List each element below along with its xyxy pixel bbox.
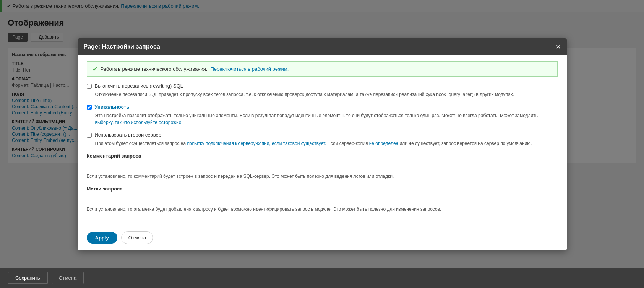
option-uniqueness: Уникальность Эта настройка позволит отоб… <box>87 104 558 126</box>
modal-maintenance-text: Работа в режиме технического обслуживани… <box>101 66 208 72</box>
bottom-bar: Сохранить Отмена <box>0 268 644 288</box>
modal-maintenance-link[interactable]: Переключиться в рабочий режим. <box>210 66 289 72</box>
save-button[interactable]: Сохранить <box>8 272 48 284</box>
label-uniqueness[interactable]: Уникальность <box>95 104 130 110</box>
modal-title: Page: Настройки запроса <box>84 43 161 50</box>
checkbox-secondary-server[interactable] <box>87 133 92 138</box>
help-server-link2[interactable]: не определён <box>369 141 398 146</box>
cancel-bottom-button[interactable]: Отмена <box>52 272 84 284</box>
modal-maintenance-banner: ✔ Работа в режиме технического обслужива… <box>87 61 558 77</box>
modal-overlay: Page: Настройки запроса × ✔ Работа в реж… <box>0 0 644 288</box>
help-secondary-server: При этом будет осуществляться запрос на … <box>95 140 558 147</box>
option-secondary-server: Использовать второй сервер При этом буде… <box>87 132 558 147</box>
comment-field-section: Комментарий запроса Если установлено, то… <box>87 153 558 180</box>
checkbox-row-server: Использовать второй сервер <box>87 132 558 138</box>
label-secondary-server[interactable]: Использовать второй сервер <box>95 132 161 138</box>
cancel-modal-button[interactable]: Отмена <box>121 231 154 244</box>
tags-input[interactable] <box>87 194 270 204</box>
checkbox-row-unique: Уникальность <box>87 104 558 110</box>
label-disable-sql[interactable]: Выключить перезапись (rewriting) SQL <box>95 83 183 89</box>
modal-check-icon: ✔ <box>92 65 97 73</box>
modal-close-button[interactable]: × <box>556 43 561 50</box>
tags-field-label: Метки запроса <box>87 186 558 192</box>
tags-help-text: Если установлено, то эта метка будет доб… <box>87 206 558 213</box>
help-server-link[interactable]: попытку подключения к серверу-копии, есл… <box>187 141 326 146</box>
checkbox-disable-sql[interactable] <box>87 84 92 89</box>
modal-body: ✔ Работа в режиме технического обслужива… <box>78 55 567 225</box>
apply-button[interactable]: Apply <box>87 232 117 244</box>
help-uniqueness-link[interactable]: выборку, так что используйте осторожно. <box>95 120 183 125</box>
checkbox-uniqueness[interactable] <box>87 105 92 110</box>
comment-input[interactable] <box>87 161 270 171</box>
checkbox-row-sql: Выключить перезапись (rewriting) SQL <box>87 83 558 89</box>
modal-footer: Apply Отмена <box>78 225 567 250</box>
tags-field-section: Метки запроса Если установлено, то эта м… <box>87 186 558 213</box>
modal-header: Page: Настройки запроса × <box>78 38 567 55</box>
modal-dialog: Page: Настройки запроса × ✔ Работа в реж… <box>78 38 567 250</box>
help-uniqueness: Эта настройка позволит отображать только… <box>95 112 558 126</box>
help-disable-sql: Отключение перезаписи SQL приведёт к про… <box>95 91 558 98</box>
option-disable-sql: Выключить перезапись (rewriting) SQL Отк… <box>87 83 558 98</box>
comment-help-text: Если установлено, то комментарий будет в… <box>87 173 558 180</box>
comment-field-label: Комментарий запроса <box>87 153 558 159</box>
